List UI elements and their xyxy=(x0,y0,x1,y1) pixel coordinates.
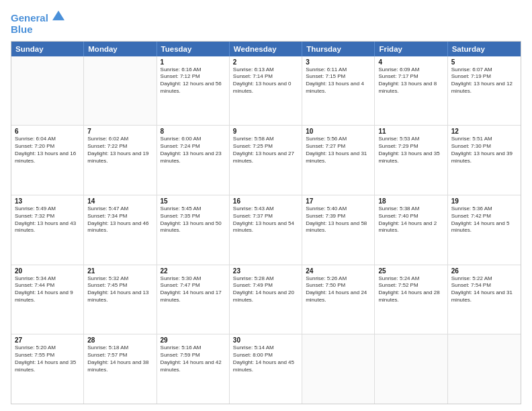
day-number: 7 xyxy=(87,128,152,135)
day-number: 5 xyxy=(451,58,517,66)
page-header: General Blue xyxy=(11,9,521,36)
calendar-cell xyxy=(11,56,84,126)
weekday-header-tuesday: Tuesday xyxy=(157,42,230,56)
calendar-cell: 11Sunrise: 5:53 AMSunset: 7:29 PMDayligh… xyxy=(375,126,447,195)
day-number: 15 xyxy=(161,197,226,205)
calendar-row-3: 20Sunrise: 5:34 AMSunset: 7:44 PMDayligh… xyxy=(11,265,521,335)
calendar-cell: 5Sunrise: 6:07 AMSunset: 7:19 PMDaylight… xyxy=(448,56,521,126)
day-info: Sunrise: 5:26 AMSunset: 7:50 PMDaylight:… xyxy=(306,275,371,304)
day-info: Sunrise: 5:14 AMSunset: 8:00 PMDaylight:… xyxy=(233,345,298,373)
calendar-cell: 7Sunrise: 6:02 AMSunset: 7:22 PMDaylight… xyxy=(84,126,157,195)
day-info: Sunrise: 6:09 AMSunset: 7:17 PMDaylight:… xyxy=(378,66,443,95)
day-number: 22 xyxy=(161,267,226,275)
day-info: Sunrise: 5:36 AMSunset: 7:42 PMDaylight:… xyxy=(451,205,517,234)
day-info: Sunrise: 5:40 AMSunset: 7:39 PMDaylight:… xyxy=(306,205,371,234)
day-info: Sunrise: 6:11 AMSunset: 7:15 PMDaylight:… xyxy=(306,66,371,95)
day-number: 26 xyxy=(451,267,517,275)
logo-text: General xyxy=(11,9,64,24)
day-info: Sunrise: 5:22 AMSunset: 7:54 PMDaylight:… xyxy=(451,275,517,304)
calendar-cell: 6Sunrise: 6:04 AMSunset: 7:20 PMDaylight… xyxy=(11,126,84,195)
calendar-cell: 22Sunrise: 5:30 AMSunset: 7:47 PMDayligh… xyxy=(157,265,230,334)
logo-general: General xyxy=(11,12,48,24)
calendar-cell: 21Sunrise: 5:32 AMSunset: 7:45 PMDayligh… xyxy=(84,265,157,334)
calendar-cell: 14Sunrise: 5:47 AMSunset: 7:34 PMDayligh… xyxy=(84,195,157,265)
calendar-cell: 20Sunrise: 5:34 AMSunset: 7:44 PMDayligh… xyxy=(11,265,84,334)
day-number: 8 xyxy=(161,128,226,135)
day-number: 20 xyxy=(15,267,80,275)
calendar-cell: 13Sunrise: 5:49 AMSunset: 7:32 PMDayligh… xyxy=(11,195,84,265)
day-info: Sunrise: 5:34 AMSunset: 7:44 PMDaylight:… xyxy=(15,275,80,304)
day-number: 17 xyxy=(306,197,371,205)
calendar-row-1: 6Sunrise: 6:04 AMSunset: 7:20 PMDaylight… xyxy=(11,126,521,195)
weekday-header-monday: Monday xyxy=(84,42,157,56)
day-number: 6 xyxy=(15,128,80,135)
calendar-cell: 18Sunrise: 5:38 AMSunset: 7:40 PMDayligh… xyxy=(375,195,447,265)
calendar-row-2: 13Sunrise: 5:49 AMSunset: 7:32 PMDayligh… xyxy=(11,195,521,265)
day-info: Sunrise: 5:58 AMSunset: 7:25 PMDaylight:… xyxy=(233,136,298,165)
day-info: Sunrise: 5:49 AMSunset: 7:32 PMDaylight:… xyxy=(15,205,80,234)
calendar-cell: 16Sunrise: 5:43 AMSunset: 7:37 PMDayligh… xyxy=(230,195,302,265)
weekday-header-thursday: Thursday xyxy=(302,42,375,56)
calendar-cell: 3Sunrise: 6:11 AMSunset: 7:15 PMDaylight… xyxy=(302,56,375,126)
day-number: 23 xyxy=(233,267,298,275)
calendar-cell: 30Sunrise: 5:14 AMSunset: 8:00 PMDayligh… xyxy=(230,334,302,404)
calendar-cell: 23Sunrise: 5:28 AMSunset: 7:49 PMDayligh… xyxy=(230,265,302,334)
logo-triangle-icon xyxy=(52,9,64,21)
day-number: 27 xyxy=(15,336,80,344)
day-info: Sunrise: 5:56 AMSunset: 7:27 PMDaylight:… xyxy=(306,136,371,165)
calendar-cell xyxy=(302,334,375,404)
calendar-header: SundayMondayTuesdayWednesdayThursdayFrid… xyxy=(11,42,521,56)
day-info: Sunrise: 5:47 AMSunset: 7:34 PMDaylight:… xyxy=(87,205,152,234)
day-number: 4 xyxy=(378,58,443,66)
day-number: 13 xyxy=(15,197,80,205)
calendar-cell: 10Sunrise: 5:56 AMSunset: 7:27 PMDayligh… xyxy=(302,126,375,195)
day-number: 21 xyxy=(87,267,152,275)
day-number: 25 xyxy=(378,267,443,275)
day-number: 10 xyxy=(306,128,371,135)
day-number: 29 xyxy=(161,336,226,344)
day-number: 14 xyxy=(87,197,152,205)
calendar-cell: 27Sunrise: 5:20 AMSunset: 7:55 PMDayligh… xyxy=(11,334,84,404)
logo: General Blue xyxy=(11,9,64,36)
calendar-cell: 17Sunrise: 5:40 AMSunset: 7:39 PMDayligh… xyxy=(302,195,375,265)
calendar-cell: 25Sunrise: 5:24 AMSunset: 7:52 PMDayligh… xyxy=(375,265,447,334)
weekday-header-saturday: Saturday xyxy=(448,42,521,56)
calendar: SundayMondayTuesdayWednesdayThursdayFrid… xyxy=(11,41,521,405)
day-info: Sunrise: 5:43 AMSunset: 7:37 PMDaylight:… xyxy=(233,205,298,234)
day-info: Sunrise: 6:13 AMSunset: 7:14 PMDaylight:… xyxy=(233,66,298,95)
weekday-header-wednesday: Wednesday xyxy=(230,42,302,56)
day-info: Sunrise: 6:16 AMSunset: 7:12 PMDaylight:… xyxy=(161,66,226,95)
calendar-cell: 29Sunrise: 5:16 AMSunset: 7:59 PMDayligh… xyxy=(157,334,230,404)
calendar-cell: 26Sunrise: 5:22 AMSunset: 7:54 PMDayligh… xyxy=(448,265,521,334)
day-info: Sunrise: 5:18 AMSunset: 7:57 PMDaylight:… xyxy=(87,345,152,373)
day-info: Sunrise: 5:16 AMSunset: 7:59 PMDaylight:… xyxy=(161,345,226,373)
calendar-row-4: 27Sunrise: 5:20 AMSunset: 7:55 PMDayligh… xyxy=(11,334,521,404)
day-number: 11 xyxy=(378,128,443,135)
day-number: 9 xyxy=(233,128,298,135)
day-number: 2 xyxy=(233,58,298,66)
day-info: Sunrise: 5:20 AMSunset: 7:55 PMDaylight:… xyxy=(15,345,80,373)
day-number: 18 xyxy=(378,197,443,205)
day-info: Sunrise: 6:00 AMSunset: 7:24 PMDaylight:… xyxy=(161,136,226,165)
day-info: Sunrise: 6:02 AMSunset: 7:22 PMDaylight:… xyxy=(87,136,152,165)
calendar-cell xyxy=(84,56,157,126)
day-info: Sunrise: 5:53 AMSunset: 7:29 PMDaylight:… xyxy=(378,136,443,165)
day-number: 1 xyxy=(161,58,226,66)
day-number: 16 xyxy=(233,197,298,205)
day-info: Sunrise: 5:24 AMSunset: 7:52 PMDaylight:… xyxy=(378,275,443,304)
day-number: 12 xyxy=(451,128,517,135)
calendar-cell xyxy=(375,334,447,404)
weekday-header-friday: Friday xyxy=(375,42,447,56)
day-info: Sunrise: 5:32 AMSunset: 7:45 PMDaylight:… xyxy=(87,275,152,304)
day-number: 19 xyxy=(451,197,517,205)
calendar-cell: 2Sunrise: 6:13 AMSunset: 7:14 PMDaylight… xyxy=(230,56,302,126)
calendar-row-0: 1Sunrise: 6:16 AMSunset: 7:12 PMDaylight… xyxy=(11,56,521,126)
calendar-cell xyxy=(448,334,521,404)
calendar-cell: 15Sunrise: 5:45 AMSunset: 7:35 PMDayligh… xyxy=(157,195,230,265)
day-info: Sunrise: 5:38 AMSunset: 7:40 PMDaylight:… xyxy=(378,205,443,234)
calendar-body: 1Sunrise: 6:16 AMSunset: 7:12 PMDaylight… xyxy=(11,56,521,404)
calendar-cell: 24Sunrise: 5:26 AMSunset: 7:50 PMDayligh… xyxy=(302,265,375,334)
weekday-header-sunday: Sunday xyxy=(11,42,84,56)
day-info: Sunrise: 5:28 AMSunset: 7:49 PMDaylight:… xyxy=(233,275,298,304)
day-info: Sunrise: 6:07 AMSunset: 7:19 PMDaylight:… xyxy=(451,66,517,95)
